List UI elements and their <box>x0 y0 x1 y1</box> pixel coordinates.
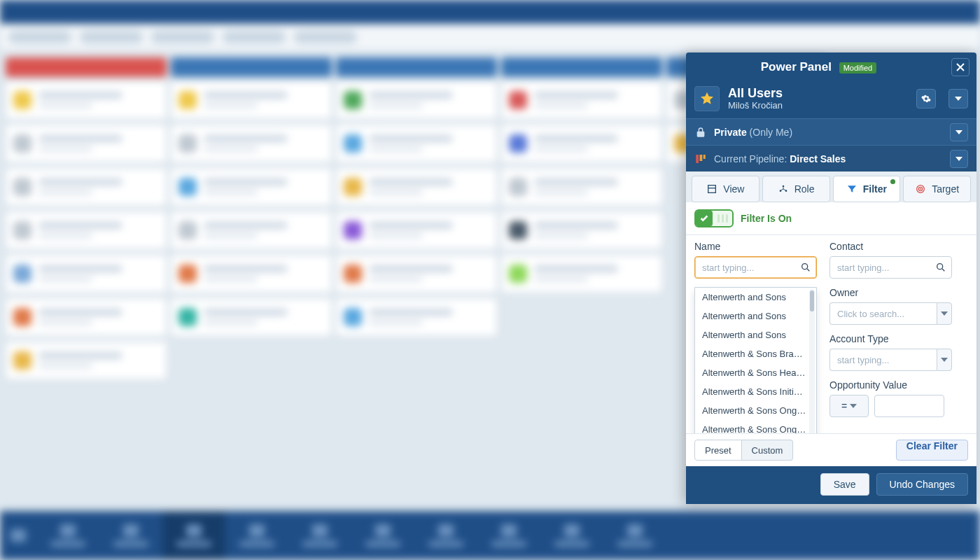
filter-on-row: Filter Is On <box>686 202 976 235</box>
svg-point-11 <box>937 264 943 270</box>
search-icon <box>800 262 811 273</box>
dropdown-scrollbar[interactable] <box>809 289 815 433</box>
field-name: Name <box>694 241 817 279</box>
chevron-down-icon <box>955 130 962 134</box>
name-suggestions-dropdown: Altenwerth and SonsAltenwerth and SonsAl… <box>694 287 817 433</box>
pipeline-row[interactable]: Current Pipeline: Direct Sales <box>686 145 976 172</box>
panel-title-text: Power Panel <box>761 60 832 74</box>
panel-header: Power Panel Modified <box>686 52 976 82</box>
name-suggestion-option[interactable]: Altenwerth & Sons Ong… <box>695 420 816 433</box>
pipeline-icon <box>694 153 707 165</box>
lock-icon <box>694 126 707 139</box>
undo-changes-button[interactable]: Undo Changes <box>876 473 968 496</box>
chevron-down-icon <box>955 157 962 161</box>
power-panel: Power Panel Modified All Users Miloš Kro… <box>686 52 976 504</box>
save-button[interactable]: Save <box>820 473 869 496</box>
tab-target[interactable]: Target <box>903 176 971 202</box>
svg-rect-1 <box>700 155 703 161</box>
close-icon <box>955 62 965 72</box>
svg-rect-3 <box>708 186 716 193</box>
account-type-label: Account Type <box>830 333 952 344</box>
contact-input[interactable] <box>830 256 952 279</box>
name-suggestion-option[interactable]: Altenwerth & Sons Ong… <box>695 401 816 420</box>
star-icon <box>694 86 720 111</box>
svg-rect-0 <box>696 155 699 163</box>
name-suggestion-option[interactable]: Altenwerth and Sons <box>695 288 816 307</box>
settings-button[interactable] <box>916 89 936 108</box>
tab-role[interactable]: Role <box>762 176 830 202</box>
name-label: Name <box>694 241 817 252</box>
name-suggestion-option[interactable]: Altenwerth and Sons <box>695 326 816 344</box>
owner-label: Owner <box>830 287 952 298</box>
search-icon <box>935 262 946 273</box>
field-owner: Owner Click to search... <box>830 287 952 325</box>
preset-tab[interactable]: Preset <box>694 440 742 461</box>
svg-point-9 <box>920 188 921 190</box>
contact-label: Contact <box>830 241 952 252</box>
check-icon <box>696 211 713 226</box>
privacy-text: Private (Only Me) <box>714 127 943 138</box>
profile-expand-button[interactable] <box>948 89 968 108</box>
view-icon <box>706 183 718 195</box>
name-suggestion-option[interactable]: Altenwerth and Sons <box>695 307 816 326</box>
name-suggestion-option[interactable]: Altenwerth & Sons Initi… <box>695 382 816 401</box>
name-input[interactable] <box>694 256 817 279</box>
account-type-select-caret[interactable] <box>937 349 952 371</box>
chevron-down-icon <box>850 404 857 408</box>
name-suggestion-option[interactable]: Altenwerth & Sons Bra… <box>695 344 816 363</box>
custom-tab[interactable]: Custom <box>742 440 794 461</box>
close-button[interactable] <box>951 58 969 76</box>
name-suggestion-option[interactable]: Altenwerth & Sons Hea… <box>695 363 816 382</box>
panel-title: Power Panel Modified <box>686 60 951 74</box>
pipeline-expand-button[interactable] <box>950 150 968 168</box>
profile-row: All Users Miloš Kročian <box>686 82 976 118</box>
chevron-down-icon <box>955 97 962 101</box>
filter-body: Filter Is On Name Altenwerth and SonsAlt <box>686 202 976 466</box>
profile-title: All Users <box>728 87 783 101</box>
svg-rect-2 <box>704 155 706 159</box>
opportunity-operator-select[interactable]: = <box>830 395 869 417</box>
field-contact: Contact <box>830 241 952 279</box>
modified-badge: Modified <box>839 62 877 74</box>
panel-tabs: View Role Filter Target <box>686 172 976 202</box>
profile-text: All Users Miloš Kročian <box>728 87 783 111</box>
filter-on-label: Filter Is On <box>741 213 792 224</box>
tab-view[interactable]: View <box>692 176 760 202</box>
gear-icon <box>921 94 931 104</box>
filter-toggle[interactable] <box>694 209 734 227</box>
field-account-type: Account Type start typing... <box>830 333 952 371</box>
privacy-expand-button[interactable] <box>950 123 968 141</box>
privacy-row[interactable]: Private (Only Me) <box>686 118 976 145</box>
role-icon <box>778 183 789 195</box>
filter-footer-row1: Preset Custom Clear Filter <box>686 433 976 466</box>
svg-point-10 <box>802 264 808 270</box>
owner-select[interactable]: Click to search... <box>830 302 937 325</box>
target-icon <box>915 183 926 195</box>
field-opportunity-value: Opportunity Value = <box>830 379 952 417</box>
opportunity-value-label: Opportunity Value <box>830 379 952 391</box>
panel-footer: Save Undo Changes <box>686 466 976 504</box>
filter-active-indicator <box>890 179 895 184</box>
owner-select-caret[interactable] <box>937 302 952 325</box>
clear-filter-button[interactable]: Clear Filter <box>896 440 968 461</box>
tab-filter[interactable]: Filter <box>833 176 901 202</box>
profile-subtitle: Miloš Kročian <box>728 100 783 111</box>
svg-point-4 <box>782 186 784 188</box>
chevron-down-icon <box>941 358 948 362</box>
chevron-down-icon <box>941 312 948 316</box>
account-type-select[interactable]: start typing... <box>830 349 937 371</box>
opportunity-value-input[interactable] <box>874 395 944 417</box>
filter-icon <box>846 183 858 195</box>
pipeline-text: Current Pipeline: Direct Sales <box>714 153 943 164</box>
